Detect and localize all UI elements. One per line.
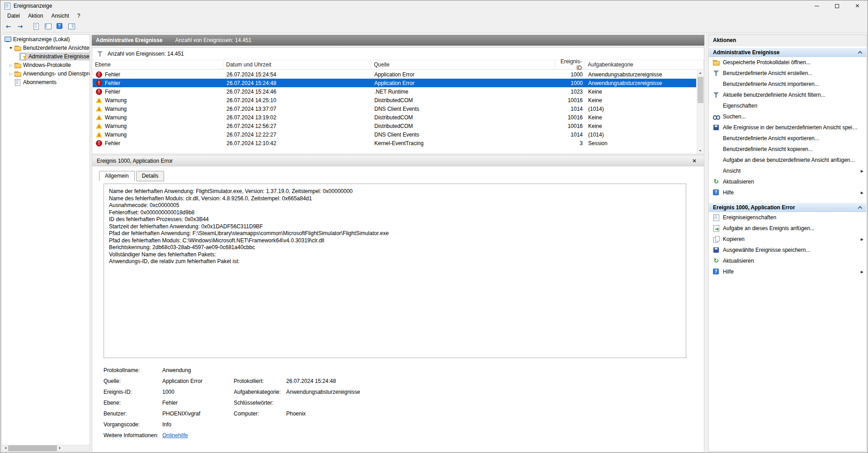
minimize-button[interactable]: [807, 0, 827, 11]
collapse-chevron-icon[interactable]: [857, 49, 863, 56]
column-header-event-id[interactable]: Ereignis-ID: [555, 60, 585, 69]
menu-item[interactable]: Ansicht: [47, 12, 73, 20]
action-item[interactable]: Aktualisieren ▶: [709, 255, 866, 266]
event-level-cell: Fehler: [93, 71, 224, 78]
tree-item-administrative-events[interactable]: Administrative Ereignisse: [2, 52, 90, 61]
event-id-cell: 10016: [556, 114, 585, 121]
filter-bar: Anzahl von Ereignissen: 14.451: [92, 48, 704, 60]
toolbar-button[interactable]: [54, 21, 65, 32]
action-item[interactable]: Aktuelle benutzerdefinierte Ansicht filt…: [709, 90, 866, 100]
action-item[interactable]: Kopieren ▶: [709, 234, 866, 245]
field-label: Protokolliert:: [234, 378, 286, 384]
field-row: Vorgangscode: Info: [104, 419, 686, 430]
action-item[interactable]: Benutzerdefinierte Ansicht kopieren... ▶: [709, 144, 866, 155]
column-header-source[interactable]: Quelle: [371, 60, 555, 69]
action-section-items: Ereigniseigenschaften ▶ Aufgabe an diese…: [709, 212, 866, 277]
scrollbar-thumb[interactable]: [698, 77, 703, 103]
event-row[interactable]: Fehler 26.07.2024 12:10:42 Kernel-EventT…: [93, 139, 696, 147]
event-row[interactable]: Fehler 26.07.2024 15:24:46 .NET Runtime …: [93, 87, 696, 96]
toolbar-button[interactable]: [66, 21, 77, 32]
tab-allgemein[interactable]: Allgemein: [99, 171, 135, 181]
event-row[interactable]: Warnung 26.07.2024 12:56:27 DistributedC…: [93, 122, 696, 130]
field-row: Ereignis-ID: 1000 Aufgabenkategorie: Anw…: [104, 387, 686, 397]
action-section-header[interactable]: Ereignis 1000, Application Error: [709, 203, 866, 212]
toolbar-button[interactable]: [30, 21, 42, 32]
no-icon: [712, 80, 720, 88]
event-row[interactable]: Warnung 26.07.2024 12:22:27 DNS Client E…: [93, 130, 696, 139]
event-date-cell: 26.07.2024 12:10:42: [224, 140, 372, 146]
action-item[interactable]: Aktualisieren ▶: [709, 176, 866, 187]
action-item[interactable]: Benutzerdefinierte Ansicht importieren..…: [709, 79, 866, 90]
event-row[interactable]: Fehler 26.07.2024 15:24:54 Application E…: [93, 70, 696, 79]
scroll-right-icon[interactable]: [57, 445, 63, 451]
event-id-cell: 1023: [556, 89, 585, 95]
tree-item-root[interactable]: Ereignisanzeige (Lokal): [2, 35, 90, 43]
tree-label: Abonnements: [23, 79, 57, 85]
tab-details[interactable]: Details: [136, 171, 165, 181]
column-header-date[interactable]: Datum und Uhrzeit: [223, 60, 371, 69]
view-header: Administrative Ereignisse Anzahl von Ere…: [92, 35, 704, 46]
close-detail-icon[interactable]: ✕: [689, 158, 699, 164]
menu-item[interactable]: Datei: [3, 12, 24, 20]
window-controls: ✕: [807, 0, 868, 11]
maximize-button[interactable]: [827, 0, 847, 11]
toolbar-button[interactable]: [3, 21, 14, 32]
tree-item-windows-logs[interactable]: Windows-Protokolle: [2, 61, 90, 69]
event-row[interactable]: Warnung 26.07.2024 13:37:07 DNS Client E…: [93, 104, 696, 113]
action-section-header[interactable]: Administrative Ereignisse: [709, 47, 866, 57]
tree-item-subscriptions[interactable]: Abonnements: [2, 78, 90, 86]
event-category-cell: Keine: [585, 114, 696, 121]
action-item[interactable]: Ansicht ▶: [709, 165, 866, 176]
column-header-level[interactable]: Ebene: [92, 60, 223, 69]
action-item[interactable]: Hilfe ▶: [709, 266, 866, 277]
collapse-chevron-icon[interactable]: [857, 204, 863, 211]
tree-label: Windows-Protokolle: [23, 62, 71, 68]
action-item[interactable]: Gespeicherte Protokolldatei öffnen... ▶: [709, 57, 866, 68]
warning-icon: [96, 132, 102, 138]
save-icon: [712, 124, 720, 131]
tree-horizontal-scrollbar[interactable]: [2, 445, 90, 451]
scroll-left-icon[interactable]: [2, 445, 8, 451]
event-text-line: Name des fehlerhaften Moduls: clr.dll, V…: [109, 195, 681, 203]
action-item[interactable]: Alle Ereignisse in der benutzerdefiniert…: [709, 122, 866, 133]
expander-open-icon[interactable]: [8, 43, 14, 52]
tree-item-custom-views[interactable]: Benutzerdefinierte Ansichten: [2, 43, 90, 52]
no-icon: [712, 135, 720, 142]
action-item[interactable]: Suchen... ▶: [709, 111, 866, 122]
action-item[interactable]: Benutzerdefinierte Ansicht exportieren..…: [709, 133, 866, 144]
toolbar-button[interactable]: [14, 21, 26, 32]
folder-icon: [14, 61, 21, 69]
event-level-cell: Fehler: [93, 89, 224, 95]
action-item[interactable]: Benutzerdefinierte Ansicht erstellen... …: [709, 68, 866, 79]
scrollbar-thumb[interactable]: [8, 445, 57, 451]
close-button[interactable]: ✕: [847, 0, 868, 11]
expander-closed-icon[interactable]: [8, 61, 14, 69]
expander-closed-icon[interactable]: [8, 69, 14, 78]
action-item[interactable]: Aufgabe an dieses Ereignis anfügen... ▶: [709, 223, 866, 234]
actions-pane: Aktionen Administrative Ereignisse Gespe…: [708, 34, 867, 452]
no-icon: [712, 146, 720, 153]
no-icon: [712, 102, 720, 109]
action-item[interactable]: Ausgewählte Ereignisse speichern... ▶: [709, 245, 866, 255]
scroll-up-icon[interactable]: [697, 70, 704, 76]
column-header-task-category[interactable]: Aufgabenkategorie: [585, 60, 704, 69]
events-vertical-scrollbar[interactable]: [697, 70, 704, 154]
event-row[interactable]: Warnung 26.07.2024 14:25:10 DistributedC…: [93, 96, 696, 104]
action-item[interactable]: Eigenschaften ▶: [709, 100, 866, 111]
toolbar-button[interactable]: [42, 21, 53, 32]
action-item[interactable]: Ereigniseigenschaften ▶: [709, 212, 866, 223]
online-help-link[interactable]: Onlinehilfe: [162, 432, 234, 439]
menu-item[interactable]: Aktion: [24, 12, 47, 20]
event-row[interactable]: Warnung 26.07.2024 13:19:02 DistributedC…: [93, 113, 696, 122]
field-value: Phoenix: [286, 411, 686, 417]
field-row: Ebene: Fehler Schlüsselwörter:: [104, 397, 686, 408]
event-description[interactable]: Name der fehlerhaften Anwendung: FlightS…: [104, 184, 686, 358]
scroll-down-icon[interactable]: [697, 147, 704, 154]
event-count: Anzahl von Ereignissen: 14.451: [175, 37, 251, 43]
action-item[interactable]: Aufgabe an diese benutzerdefinierte Ansi…: [709, 155, 866, 165]
event-id-cell: 10016: [556, 123, 585, 129]
menu-item[interactable]: ?: [73, 12, 85, 20]
event-row[interactable]: Fehler 26.07.2024 15:24:48 Application E…: [93, 79, 696, 87]
tree-item-app-service-logs[interactable]: Anwendungs- und Dienstprotokolle: [2, 69, 90, 78]
action-item[interactable]: Hilfe ▶: [709, 187, 866, 198]
